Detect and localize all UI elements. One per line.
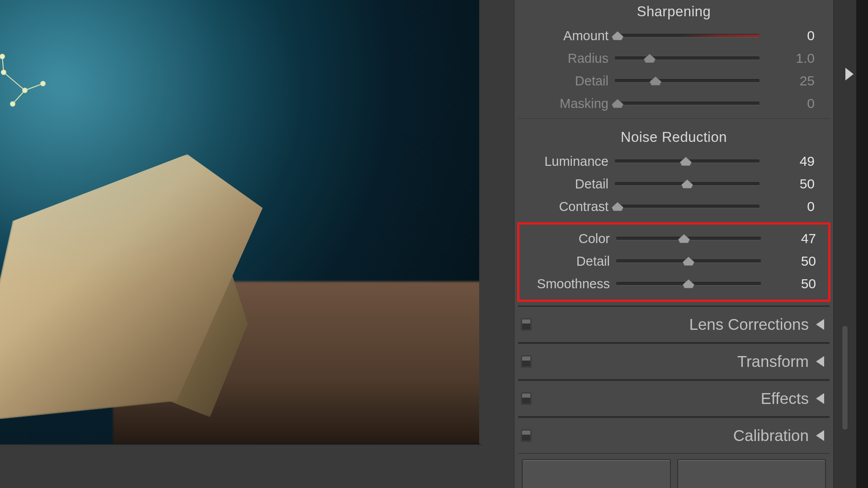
nr-lum-detail-value[interactable]: 50 <box>766 176 817 192</box>
sharpening-amount-label: Amount <box>520 28 609 43</box>
svg-line-2 <box>13 90 25 104</box>
nr-luminance-row: Luminance 49 <box>518 150 830 173</box>
svg-line-0 <box>4 72 25 90</box>
slider-thumb-icon[interactable] <box>680 157 692 166</box>
nr-lum-detail-row: Detail 50 <box>518 173 830 195</box>
svg-point-5 <box>23 88 27 93</box>
nr-color-row: Color 47 <box>519 227 828 250</box>
sharpening-radius-value[interactable]: 1.0 <box>766 51 817 66</box>
sharpening-masking-slider[interactable] <box>615 99 760 108</box>
sharpening-amount-slider[interactable] <box>615 31 760 41</box>
svg-point-4 <box>1 70 6 75</box>
triangle-left-icon[interactable] <box>813 393 827 404</box>
expand-panel-icon[interactable] <box>845 68 854 80</box>
sharpening-masking-label: Masking <box>520 96 609 111</box>
slider-thumb-icon[interactable] <box>683 257 694 266</box>
image-preview-area[interactable] <box>0 0 481 444</box>
develop-panel: Sharpening Amount 0 Radius <box>514 0 834 488</box>
window-edge <box>856 0 868 488</box>
sharpening-detail-slider[interactable] <box>615 76 760 86</box>
svg-point-6 <box>41 81 45 86</box>
nr-color-detail-label: Detail <box>521 254 610 269</box>
panel-effects[interactable]: Effects <box>518 380 830 416</box>
nr-luminance-value[interactable]: 49 <box>766 154 817 169</box>
panel-scrollbar[interactable] <box>842 325 848 430</box>
preview-image <box>0 0 479 444</box>
sharpening-title: Sharpening <box>518 4 830 20</box>
sharpening-amount-value[interactable]: 0 <box>766 28 817 43</box>
triangle-left-icon[interactable] <box>813 319 827 330</box>
nr-contrast-slider[interactable] <box>615 202 760 211</box>
panel-toggle-switch[interactable] <box>521 392 532 405</box>
bottom-toolbar <box>0 444 481 488</box>
sharpening-detail-row: Detail 25 <box>518 70 830 92</box>
slider-thumb-icon[interactable] <box>678 234 690 243</box>
sharpening-masking-row: Masking 0 <box>518 92 830 115</box>
panel-transform[interactable]: Transform <box>518 343 830 379</box>
nr-lum-detail-slider[interactable] <box>615 179 760 189</box>
nr-contrast-row: Contrast 0 <box>518 195 830 218</box>
nr-smoothness-slider[interactable] <box>616 279 761 289</box>
slider-thumb-icon[interactable] <box>650 76 661 85</box>
noise-reduction-title: Noise Reduction <box>518 129 830 145</box>
panel-gap <box>481 0 514 488</box>
panel-calibration-title: Calibration <box>536 427 809 445</box>
bottom-button-row <box>518 454 830 488</box>
panel-effects-title: Effects <box>536 389 809 408</box>
sharpening-radius-label: Radius <box>520 51 609 66</box>
nr-contrast-value[interactable]: 0 <box>766 199 817 214</box>
svg-line-1 <box>25 84 43 90</box>
panel-transform-title: Transform <box>536 352 809 371</box>
color-noise-reduction-highlight: Color 47 Detail <box>517 222 830 302</box>
slider-thumb-icon[interactable] <box>612 202 623 211</box>
section-divider <box>518 118 830 119</box>
nr-smoothness-row: Smoothness 50 <box>519 272 828 295</box>
sharpening-masking-value[interactable]: 0 <box>766 96 817 111</box>
nr-color-label: Color <box>521 231 610 246</box>
svg-point-7 <box>10 102 15 106</box>
sharpening-detail-label: Detail <box>520 74 609 89</box>
nr-contrast-label: Contrast <box>520 199 609 214</box>
nr-color-slider[interactable] <box>616 234 761 244</box>
panel-toggle-switch[interactable] <box>521 429 532 442</box>
slider-thumb-icon[interactable] <box>612 99 623 108</box>
panel-toggle-switch[interactable] <box>521 355 532 368</box>
nr-lum-detail-label: Detail <box>520 177 609 192</box>
slider-thumb-icon[interactable] <box>681 179 693 188</box>
constellation-decor <box>0 41 72 113</box>
nr-color-detail-value[interactable]: 50 <box>767 253 819 269</box>
image-preview-column <box>0 0 481 488</box>
nr-smoothness-label: Smoothness <box>521 277 610 291</box>
triangle-left-icon[interactable] <box>813 356 827 367</box>
right-gutter <box>834 0 856 488</box>
previous-button[interactable] <box>522 459 671 488</box>
panel-calibration[interactable]: Calibration <box>518 417 830 453</box>
nr-color-detail-row: Detail 50 <box>519 250 828 272</box>
sharpening-amount-row: Amount 0 <box>518 24 830 47</box>
triangle-left-icon[interactable] <box>813 430 827 441</box>
nr-luminance-slider[interactable] <box>615 156 760 166</box>
sharpening-detail-value[interactable]: 25 <box>766 73 817 89</box>
nr-color-value[interactable]: 47 <box>767 231 819 246</box>
panel-lens-corrections[interactable]: Lens Corrections <box>518 305 830 342</box>
sharpening-radius-slider[interactable] <box>615 53 760 63</box>
slider-thumb-icon[interactable] <box>683 279 694 288</box>
svg-line-3 <box>2 56 4 72</box>
svg-point-8 <box>0 54 5 59</box>
slider-thumb-icon[interactable] <box>612 31 623 40</box>
nr-smoothness-value[interactable]: 50 <box>767 276 819 291</box>
slider-thumb-icon[interactable] <box>644 54 656 63</box>
sharpening-radius-row: Radius 1.0 <box>518 47 830 70</box>
nr-luminance-label: Luminance <box>520 154 609 169</box>
reset-button[interactable] <box>677 459 826 488</box>
panel-toggle-switch[interactable] <box>521 318 532 331</box>
panel-lens-corrections-title: Lens Corrections <box>536 315 809 333</box>
nr-color-detail-slider[interactable] <box>616 256 761 266</box>
